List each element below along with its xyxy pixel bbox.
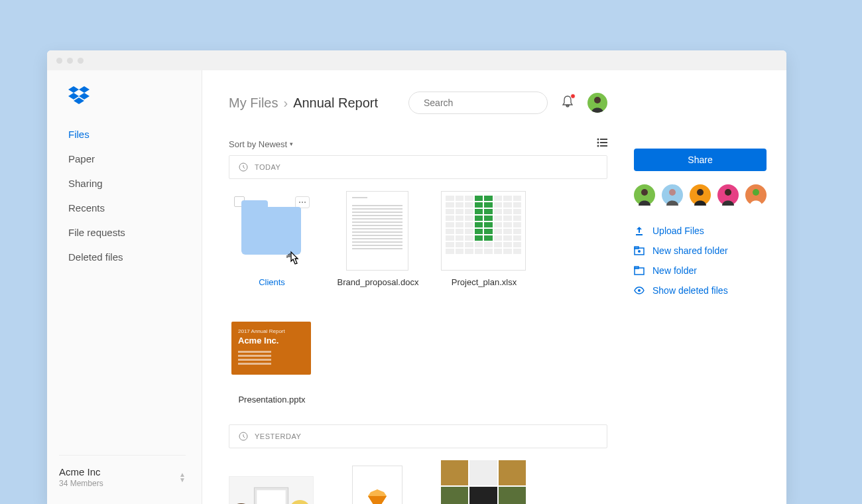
titlebar [47, 50, 786, 70]
file-name: Project_plan.xlsx [441, 277, 527, 288]
collaborator-avatar[interactable] [717, 184, 739, 206]
file-item-psd[interactable]: Acme_inc_moodboard.psd [441, 460, 527, 504]
svg-marker-2 [68, 93, 79, 99]
image-thumbnail [229, 476, 314, 504]
updown-icon: ▲▼ [179, 472, 186, 483]
svg-rect-18 [257, 490, 285, 504]
svg-point-35 [669, 189, 676, 196]
folder-icon [241, 207, 301, 255]
clock-icon [239, 162, 248, 172]
file-item-xlsx[interactable]: Project_plan.xlsx [441, 191, 527, 288]
svg-point-7 [594, 97, 601, 103]
svg-point-36 [697, 189, 704, 196]
file-item-doc[interactable]: Brand_proposal.docx [335, 191, 421, 288]
collaborator-avatar[interactable] [690, 184, 711, 206]
clock-icon [239, 432, 248, 441]
section-yesterday: YESTERDAY [229, 424, 607, 448]
eye-icon [634, 285, 645, 296]
sketch-thumbnail [352, 466, 402, 504]
action-upload-files[interactable]: Upload Files [634, 225, 767, 236]
action-new-folder[interactable]: New folder [634, 265, 767, 276]
section-today: TODAY [229, 155, 607, 179]
file-name: Clients [229, 277, 315, 288]
list-view-icon [597, 138, 607, 147]
window-close-dot[interactable] [56, 58, 62, 64]
share-button[interactable]: Share [634, 149, 767, 171]
window-minimize-dot[interactable] [67, 58, 73, 64]
breadcrumb-current: Annual Report [293, 95, 378, 111]
right-panel: Share Upload Files New shared folde [634, 70, 786, 504]
sidebar-item-recents[interactable]: Recents [68, 196, 202, 220]
svg-marker-24 [368, 489, 387, 496]
moodboard-thumbnail [441, 460, 526, 504]
svg-marker-22 [368, 496, 377, 504]
team-switcher[interactable]: Acme Inc 34 Members ▲▼ [59, 455, 186, 488]
window-maximize-dot[interactable] [78, 58, 84, 64]
dropbox-logo-icon[interactable] [47, 86, 202, 122]
sidebar-item-sharing[interactable]: Sharing [68, 171, 202, 196]
file-name: Presentation.pptx [229, 395, 315, 406]
svg-rect-13 [600, 145, 607, 147]
sidebar-nav: Files Paper Sharing Recents File request… [47, 122, 202, 269]
sketch-icon [365, 489, 389, 504]
action-list: Upload Files New shared folder New folde… [634, 225, 767, 296]
sidebar-item-file-requests[interactable]: File requests [68, 220, 202, 245]
xlsx-thumbnail [441, 191, 526, 271]
file-item-folder[interactable]: ⋯ Clients [229, 191, 315, 288]
svg-rect-9 [600, 139, 607, 140]
svg-marker-1 [79, 86, 90, 93]
doc-thumbnail [346, 191, 408, 271]
breadcrumb: My Files › Annual Report [229, 95, 378, 111]
slide-company: Acme Inc. [238, 336, 304, 346]
notifications-button[interactable] [561, 95, 574, 111]
collaborators [634, 184, 767, 206]
sidebar: Files Paper Sharing Recents File request… [47, 70, 202, 504]
file-grid-today: ⋯ Clients [229, 191, 607, 406]
search-container[interactable] [408, 92, 548, 114]
svg-marker-4 [74, 97, 84, 104]
svg-point-12 [597, 145, 599, 147]
svg-point-10 [597, 142, 599, 144]
sort-dropdown[interactable]: Sort by Newest ▾ [229, 139, 293, 149]
breadcrumb-root[interactable]: My Files [229, 95, 278, 111]
content-area: My Files › Annual Report [202, 70, 634, 504]
team-name: Acme Inc [59, 466, 103, 477]
svg-point-44 [638, 289, 641, 292]
action-label: New folder [652, 265, 697, 276]
caret-down-icon: ▾ [290, 141, 293, 147]
view-toggle-button[interactable] [597, 138, 607, 150]
action-new-shared-folder[interactable]: New shared folder [634, 245, 767, 256]
action-label: New shared folder [652, 245, 728, 256]
file-item-sketch[interactable]: Design_mock.sketch [335, 460, 421, 504]
svg-rect-11 [600, 142, 607, 143]
sidebar-item-files[interactable]: Files [68, 122, 202, 147]
profile-avatar[interactable] [587, 93, 607, 113]
svg-point-38 [753, 189, 759, 196]
collaborator-avatar[interactable] [745, 184, 767, 206]
notification-dot-icon [570, 94, 576, 99]
pptx-thumbnail: 2017 Annual Report Acme Inc. [231, 322, 311, 375]
app-window: Files Paper Sharing Recents File request… [47, 50, 786, 504]
svg-point-41 [638, 250, 641, 253]
slide-heading: 2017 Annual Report [238, 328, 304, 334]
folder-icon [634, 265, 645, 276]
svg-marker-3 [79, 93, 90, 99]
file-name: Brand_proposal.docx [335, 277, 421, 288]
chevron-right-icon: › [283, 95, 288, 111]
svg-point-34 [641, 189, 648, 196]
svg-point-37 [725, 189, 731, 196]
sort-label: Sort by Newest [229, 139, 287, 149]
team-members: 34 Members [59, 479, 103, 488]
section-label: YESTERDAY [255, 432, 301, 440]
collaborator-avatar[interactable] [634, 184, 655, 206]
file-item-image[interactable]: Cover_image.jpg [229, 460, 315, 504]
svg-point-8 [597, 139, 599, 141]
file-item-pptx[interactable]: 2017 Annual Report Acme Inc. Presentatio… [229, 308, 315, 406]
sidebar-item-paper[interactable]: Paper [68, 147, 202, 171]
svg-marker-23 [377, 496, 387, 504]
svg-marker-0 [68, 86, 79, 93]
search-input[interactable] [424, 97, 540, 108]
collaborator-avatar[interactable] [662, 184, 683, 206]
action-show-deleted[interactable]: Show deleted files [634, 285, 767, 296]
sidebar-item-deleted-files[interactable]: Deleted files [68, 245, 202, 269]
